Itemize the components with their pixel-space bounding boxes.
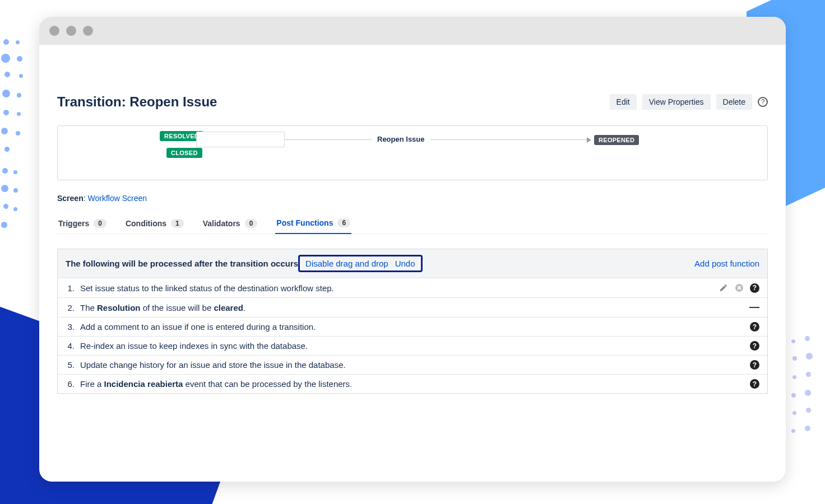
status-badge-closed: CLOSED	[166, 148, 202, 158]
tab-label: Post Functions	[276, 218, 333, 227]
row-number: 3.	[66, 322, 75, 332]
window-dot	[83, 26, 93, 36]
row-text: Fire a Incidencia reabierta event that c…	[80, 379, 744, 389]
transition-source-box	[196, 132, 285, 147]
tab-count: 6	[337, 218, 350, 227]
tab-conditions[interactable]: Conditions 1	[124, 218, 185, 234]
drag-handle-icon[interactable]	[749, 302, 759, 312]
screen-row: Screen: Workflow Screen	[57, 194, 768, 203]
tab-label: Conditions	[126, 219, 166, 228]
row-number: 1.	[66, 283, 75, 293]
delete-button[interactable]: Delete	[716, 94, 752, 110]
window-dot	[66, 26, 76, 36]
panel-intro-text: The following will be processed after th…	[66, 259, 298, 268]
tab-triggers[interactable]: Triggers 0	[57, 218, 108, 234]
add-post-function-link[interactable]: Add post function	[694, 259, 759, 268]
post-function-row[interactable]: 1. Set issue status to the linked status…	[58, 278, 767, 297]
help-icon[interactable]: ?	[750, 379, 759, 389]
tab-count: 0	[245, 219, 258, 228]
help-icon[interactable]: ?	[750, 360, 759, 370]
post-function-row[interactable]: 2. The Resolution of the issue will be c…	[58, 297, 767, 317]
view-properties-button[interactable]: View Properties	[642, 94, 711, 110]
header-actions: Edit View Properties Delete ?	[610, 94, 768, 110]
row-number: 4.	[66, 341, 75, 351]
app-window: Transition: Reopen Issue Edit View Prope…	[39, 17, 786, 482]
help-icon[interactable]: ?	[750, 341, 759, 351]
transition-name-label: Reopen Issue	[372, 135, 430, 143]
dnd-highlight-box: Disable drag and drop Undo	[298, 255, 422, 272]
window-dot	[49, 26, 59, 36]
post-function-row[interactable]: 5. Update change history for an issue an…	[58, 355, 767, 374]
help-icon[interactable]: ?	[758, 97, 768, 107]
edit-button[interactable]: Edit	[610, 94, 637, 110]
status-badge-reopened: REOPENED	[594, 135, 639, 145]
window-titlebar	[39, 17, 786, 45]
remove-icon[interactable]	[734, 283, 744, 293]
tab-validators[interactable]: Validators 0	[202, 218, 259, 234]
arrowhead-icon	[587, 137, 591, 143]
post-functions-panel: The following will be processed after th…	[57, 249, 768, 394]
transition-diagram: RESOLVED CLOSED Reopen Issue REOPENED	[57, 125, 768, 180]
row-text: The Resolution of the issue will be clea…	[80, 303, 744, 312]
workflow-screen-link[interactable]: Workflow Screen	[87, 194, 147, 203]
page-title: Transition: Reopen Issue	[57, 94, 217, 110]
row-number: 6.	[66, 379, 75, 389]
tab-count: 0	[94, 219, 106, 228]
disable-dnd-link[interactable]: Disable drag and drop	[305, 259, 388, 268]
post-function-row[interactable]: 6. Fire a Incidencia reabierta event tha…	[58, 374, 767, 393]
transition-arrow-line	[285, 139, 587, 140]
screen-label: Screen	[57, 194, 84, 203]
row-number: 2.	[66, 303, 75, 312]
row-text: Set issue status to the linked status of…	[80, 283, 713, 293]
row-number: 5.	[66, 360, 75, 370]
edit-icon[interactable]	[719, 283, 729, 293]
tab-count: 1	[171, 219, 184, 228]
undo-link[interactable]: Undo	[395, 259, 415, 268]
tab-label: Triggers	[58, 219, 89, 228]
tab-bar: Triggers 0 Conditions 1 Validators 0 Pos…	[57, 218, 768, 234]
panel-header: The following will be processed after th…	[58, 249, 767, 278]
tab-post-functions[interactable]: Post Functions 6	[275, 218, 351, 234]
help-icon[interactable]: ?	[750, 322, 759, 332]
help-icon[interactable]: ?	[750, 283, 759, 293]
row-text: Update change history for an issue and s…	[80, 360, 744, 370]
post-function-row[interactable]: 4. Re-index an issue to keep indexes in …	[58, 336, 767, 355]
row-text: Re-index an issue to keep indexes in syn…	[80, 341, 744, 351]
post-function-row[interactable]: 3. Add a comment to an issue if one is e…	[58, 317, 767, 336]
row-text: Add a comment to an issue if one is ente…	[80, 322, 744, 332]
tab-label: Validators	[203, 219, 240, 228]
